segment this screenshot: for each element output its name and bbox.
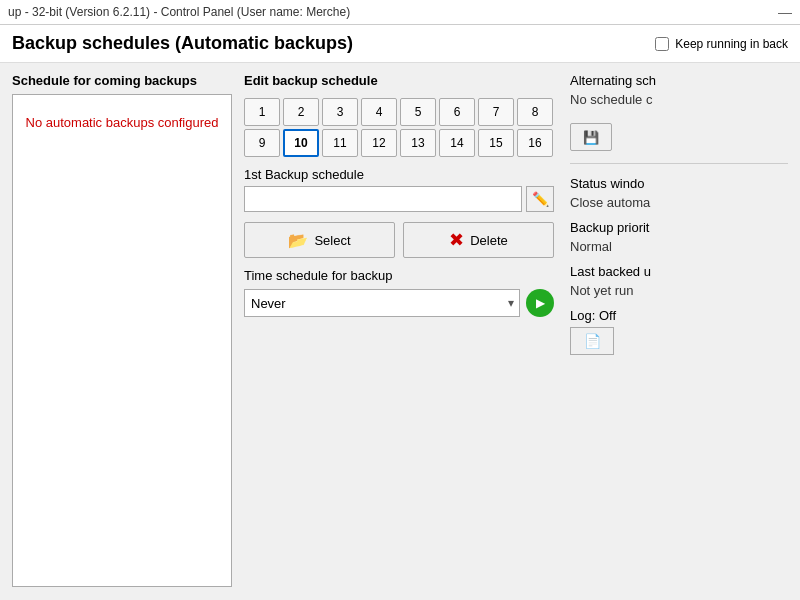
middle-panel: Edit backup schedule 1 2 3 4 5 6 7 8 9 1… <box>244 73 554 587</box>
alternating-value: No schedule c <box>570 92 788 107</box>
backup-schedule-input[interactable] <box>244 186 522 212</box>
select-button[interactable]: 📂 Select <box>244 222 395 258</box>
backup-schedule-label: 1st Backup schedule <box>244 167 554 182</box>
schedule-btn-4[interactable]: 4 <box>361 98 397 126</box>
backup-priority-value: Normal <box>570 239 788 254</box>
log-icon: 📄 <box>584 333 601 349</box>
alternating-section: Alternating sch No schedule c <box>570 73 788 107</box>
last-backed-up-value: Not yet run <box>570 283 788 298</box>
schedule-btn-15[interactable]: 15 <box>478 129 514 157</box>
schedule-btn-8[interactable]: 8 <box>517 98 553 126</box>
select-button-label: Select <box>314 233 350 248</box>
schedule-btn-10[interactable]: 10 <box>283 129 319 157</box>
play-icon: ▶ <box>536 296 545 310</box>
schedule-btn-6[interactable]: 6 <box>439 98 475 126</box>
keep-running-area: Keep running in back <box>655 37 788 51</box>
page-header: Backup schedules (Automatic backups) Kee… <box>0 25 800 63</box>
schedule-btn-14[interactable]: 14 <box>439 129 475 157</box>
schedule-btn-12[interactable]: 12 <box>361 129 397 157</box>
time-select[interactable]: Never Daily Weekly Monthly <box>244 289 520 317</box>
time-schedule-row: Never Daily Weekly Monthly ▶ <box>244 289 554 317</box>
middle-panel-title: Edit backup schedule <box>244 73 554 88</box>
schedule-btn-1[interactable]: 1 <box>244 98 280 126</box>
backup-schedule-input-row: ✏️ <box>244 186 554 212</box>
last-backed-up-section: Last backed u Not yet run <box>570 264 788 298</box>
main-container: Backup schedules (Automatic backups) Kee… <box>0 25 800 597</box>
log-button[interactable]: 📄 <box>570 327 614 355</box>
save-icon: 💾 <box>583 130 599 145</box>
page-header-row: Backup schedules (Automatic backups) Kee… <box>12 33 788 54</box>
log-label: Log: Off <box>570 308 788 323</box>
backup-priority-section: Backup priorit Normal <box>570 220 788 254</box>
edit-schedule-button[interactable]: ✏️ <box>526 186 554 212</box>
schedule-btn-13[interactable]: 13 <box>400 129 436 157</box>
backup-priority-title: Backup priorit <box>570 220 788 235</box>
status-window-title: Status windo <box>570 176 788 191</box>
keep-running-label: Keep running in back <box>675 37 788 51</box>
no-backups-text: No automatic backups configured <box>26 115 219 130</box>
schedule-btn-3[interactable]: 3 <box>322 98 358 126</box>
play-button[interactable]: ▶ <box>526 289 554 317</box>
time-select-wrapper: Never Daily Weekly Monthly <box>244 289 520 317</box>
delete-button[interactable]: ✖ Delete <box>403 222 554 258</box>
minimize-button[interactable]: — <box>778 4 792 20</box>
schedule-list: No automatic backups configured <box>12 94 232 587</box>
title-bar-text: up - 32-bit (Version 6.2.11) - Control P… <box>8 5 350 19</box>
schedule-btn-9[interactable]: 9 <box>244 129 280 157</box>
delete-icon: ✖ <box>449 229 464 251</box>
last-backed-up-title: Last backed u <box>570 264 788 279</box>
schedule-btn-2[interactable]: 2 <box>283 98 319 126</box>
schedule-btn-16[interactable]: 16 <box>517 129 553 157</box>
edit-icon: ✏️ <box>532 191 549 207</box>
save-button[interactable]: 💾 <box>570 123 612 151</box>
backup-schedule-section: 1st Backup schedule ✏️ <box>244 167 554 212</box>
page-title: Backup schedules (Automatic backups) <box>12 33 353 54</box>
time-schedule-section: Time schedule for backup Never Daily Wee… <box>244 268 554 317</box>
time-schedule-label: Time schedule for backup <box>244 268 554 283</box>
content-area: Schedule for coming backups No automatic… <box>0 63 800 597</box>
action-buttons-row: 📂 Select ✖ Delete <box>244 222 554 258</box>
schedule-buttons-grid: 1 2 3 4 5 6 7 8 9 10 11 12 13 14 15 16 <box>244 98 554 157</box>
delete-button-label: Delete <box>470 233 508 248</box>
schedule-btn-7[interactable]: 7 <box>478 98 514 126</box>
left-panel: Schedule for coming backups No automatic… <box>12 73 232 587</box>
alternating-title: Alternating sch <box>570 73 788 88</box>
keep-running-checkbox[interactable] <box>655 37 669 51</box>
status-window-value: Close automa <box>570 195 788 210</box>
schedule-btn-5[interactable]: 5 <box>400 98 436 126</box>
save-btn-area: 💾 <box>570 123 788 151</box>
title-bar: up - 32-bit (Version 6.2.11) - Control P… <box>0 0 800 25</box>
left-panel-title: Schedule for coming backups <box>12 73 232 88</box>
select-folder-icon: 📂 <box>288 231 308 250</box>
schedule-btn-11[interactable]: 11 <box>322 129 358 157</box>
divider-1 <box>570 163 788 164</box>
status-window-section: Status windo Close automa <box>570 176 788 210</box>
log-section: Log: Off 📄 <box>570 308 788 355</box>
right-panel: Alternating sch No schedule c 💾 Status w… <box>566 73 788 587</box>
